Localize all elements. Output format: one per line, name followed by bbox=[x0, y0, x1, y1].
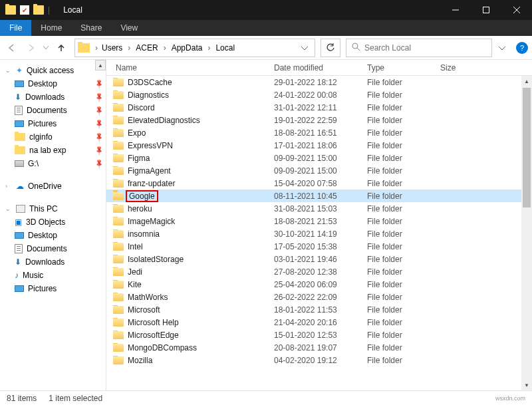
nav-qa-item[interactable]: Desktop📌 bbox=[0, 77, 106, 90]
cell-type: File folder bbox=[362, 255, 435, 264]
up-button[interactable] bbox=[53, 40, 69, 56]
nav-qa-item[interactable]: G:\📌 bbox=[0, 157, 106, 170]
forward-button[interactable] bbox=[23, 40, 39, 56]
file-row[interactable]: Google08-11-2021 10:45File folder bbox=[106, 190, 532, 202]
refresh-button[interactable] bbox=[321, 39, 340, 57]
home-tab[interactable]: Home bbox=[31, 20, 71, 36]
vertical-scrollbar[interactable]: ▲ ▼ bbox=[521, 76, 532, 390]
file-row[interactable]: insomnia30-10-2021 14:19File folder bbox=[106, 227, 532, 240]
address-dropdown[interactable] bbox=[297, 43, 312, 53]
nav-onedrive[interactable]: › ☁ OneDrive bbox=[0, 180, 106, 193]
file-tab[interactable]: File bbox=[0, 20, 31, 36]
file-row[interactable]: Jedi27-08-2020 12:38File folder bbox=[106, 265, 532, 278]
crumb-local[interactable]: Local bbox=[213, 42, 237, 54]
cell-name: Jedi bbox=[106, 267, 269, 277]
qa-folder-icon[interactable] bbox=[33, 5, 44, 15]
pin-icon: 📌 bbox=[94, 145, 104, 156]
view-tab[interactable]: View bbox=[111, 20, 147, 36]
file-row[interactable]: ElevatedDiagnostics19-01-2022 22:59File … bbox=[106, 114, 532, 126]
qa-check-icon[interactable]: ✔ bbox=[20, 5, 29, 15]
recent-dropdown[interactable] bbox=[41, 46, 51, 50]
chevron-right-icon[interactable]: › bbox=[94, 43, 99, 53]
nav-pc-item[interactable]: ▣3D Objects bbox=[0, 215, 106, 229]
cell-name: Mozilla bbox=[106, 356, 269, 365]
nav-quick-access[interactable]: ⌄ ✦ Quick access bbox=[0, 64, 106, 77]
nav-item-label: G:\ bbox=[28, 159, 39, 168]
file-row[interactable]: Microsoft Help21-04-2020 20:16File folde… bbox=[106, 316, 532, 329]
cell-date: 19-01-2022 22:59 bbox=[269, 116, 362, 125]
search-box[interactable] bbox=[346, 39, 492, 57]
share-tab[interactable]: Share bbox=[71, 20, 111, 36]
file-row[interactable]: Intel17-05-2020 15:38File folder bbox=[106, 240, 532, 253]
ribbon-toggle[interactable] bbox=[495, 43, 509, 53]
file-row[interactable]: Microsoft18-01-2022 11:53File folder bbox=[106, 303, 532, 316]
nav-qa-item[interactable]: Pictures📌 bbox=[0, 117, 106, 130]
crumb-acer[interactable]: ACER bbox=[133, 42, 160, 54]
close-button[interactable] bbox=[501, 0, 532, 20]
nav-qa-item[interactable]: Documents📌 bbox=[0, 104, 106, 117]
status-bar: 81 items 1 item selected wsxdn.com bbox=[0, 390, 532, 405]
maximize-button[interactable] bbox=[471, 0, 501, 20]
cell-date: 31-01-2022 12:11 bbox=[269, 103, 362, 112]
file-row[interactable]: D3DSCache29-01-2022 18:12File folder bbox=[106, 76, 532, 88]
crumb-users[interactable]: Users bbox=[99, 42, 125, 54]
file-row[interactable]: Figma09-09-2021 15:00File folder bbox=[106, 152, 532, 164]
nav-pc-item[interactable]: ♪Music bbox=[0, 269, 106, 282]
address-bar[interactable]: › Users › ACER › AppData › Local bbox=[74, 39, 315, 57]
column-type[interactable]: Type bbox=[362, 63, 435, 72]
nav-this-pc[interactable]: ⌄ This PC bbox=[0, 202, 106, 215]
cell-type: File folder bbox=[362, 128, 435, 138]
nav-qa-item[interactable]: ⬇Downloads📌 bbox=[0, 90, 106, 104]
nav-pc-item[interactable]: Pictures bbox=[0, 282, 106, 295]
titlebar: ✔ | Local bbox=[0, 0, 532, 20]
cell-name: D3DSCache bbox=[106, 78, 269, 87]
file-row[interactable]: Diagnostics24-01-2022 00:08File folder bbox=[106, 88, 532, 101]
file-row[interactable]: Kite25-04-2020 06:09File folder bbox=[106, 278, 532, 291]
search-input[interactable] bbox=[364, 43, 486, 53]
file-name: MathWorks bbox=[128, 293, 168, 302]
column-size[interactable]: Size bbox=[435, 63, 532, 72]
scroll-up-icon[interactable]: ▲ bbox=[521, 76, 532, 86]
cell-date: 20-08-2021 19:07 bbox=[269, 343, 362, 352]
nav-pc-item[interactable]: Documents bbox=[0, 242, 106, 255]
nav-scroll-up[interactable]: ▲ bbox=[95, 60, 106, 70]
file-row[interactable]: heroku31-08-2021 15:03File folder bbox=[106, 202, 532, 215]
scroll-thumb[interactable] bbox=[523, 88, 531, 207]
folder-icon bbox=[113, 154, 124, 162]
nav-qa-item[interactable]: clginfo📌 bbox=[0, 130, 106, 144]
file-row[interactable]: ExpressVPN17-01-2021 18:06File folder bbox=[106, 139, 532, 152]
cell-name: ImageMagick bbox=[106, 217, 269, 226]
cell-date: 08-11-2021 10:45 bbox=[269, 192, 362, 201]
file-row[interactable]: Mozilla04-02-2020 19:12File folder bbox=[106, 354, 532, 366]
cell-date: 15-01-2020 12:53 bbox=[269, 331, 362, 340]
nav-pc-item[interactable]: ⬇Downloads bbox=[0, 255, 106, 269]
file-row[interactable]: Expo18-08-2021 16:51File folder bbox=[106, 126, 532, 139]
nav-pc-item[interactable]: Desktop bbox=[0, 229, 106, 242]
cell-name: MicrosoftEdge bbox=[106, 331, 269, 340]
file-row[interactable]: MicrosoftEdge15-01-2020 12:53File folder bbox=[106, 329, 532, 341]
column-date[interactable]: Date modified bbox=[269, 63, 362, 72]
file-row[interactable]: FigmaAgent09-09-2021 15:00File folder bbox=[106, 164, 532, 177]
back-button[interactable] bbox=[4, 40, 20, 56]
nav-item-label: Downloads bbox=[25, 257, 65, 267]
cell-type: File folder bbox=[362, 318, 435, 327]
pin-icon: 📌 bbox=[94, 105, 104, 116]
minimize-button[interactable] bbox=[440, 0, 471, 20]
file-row[interactable]: ImageMagick18-08-2021 21:53File folder bbox=[106, 215, 532, 227]
file-row[interactable]: Discord31-01-2022 12:11File folder bbox=[106, 101, 532, 114]
close-icon bbox=[513, 7, 520, 13]
file-row[interactable]: MathWorks26-02-2022 22:09File folder bbox=[106, 291, 532, 303]
scroll-down-icon[interactable]: ▼ bbox=[521, 380, 532, 390]
cell-name: IsolatedStorage bbox=[106, 255, 269, 264]
crumb-appdata[interactable]: AppData bbox=[169, 42, 205, 54]
nav-qa-item[interactable]: na lab exp📌 bbox=[0, 144, 106, 157]
file-name: Intel bbox=[128, 242, 143, 251]
file-list[interactable]: D3DSCache29-01-2022 18:12File folderDiag… bbox=[106, 76, 532, 390]
file-row[interactable]: MongoDBCompass20-08-2021 19:07File folde… bbox=[106, 341, 532, 354]
column-name[interactable]: Name bbox=[106, 63, 269, 72]
this-pc-label: This PC bbox=[29, 204, 58, 213]
file-row[interactable]: franz-updater15-04-2020 07:58File folder bbox=[106, 177, 532, 190]
file-row[interactable]: IsolatedStorage03-01-2021 19:46File fold… bbox=[106, 253, 532, 265]
help-button[interactable]: ? bbox=[516, 42, 528, 54]
nav-item-label: Pictures bbox=[28, 284, 57, 293]
